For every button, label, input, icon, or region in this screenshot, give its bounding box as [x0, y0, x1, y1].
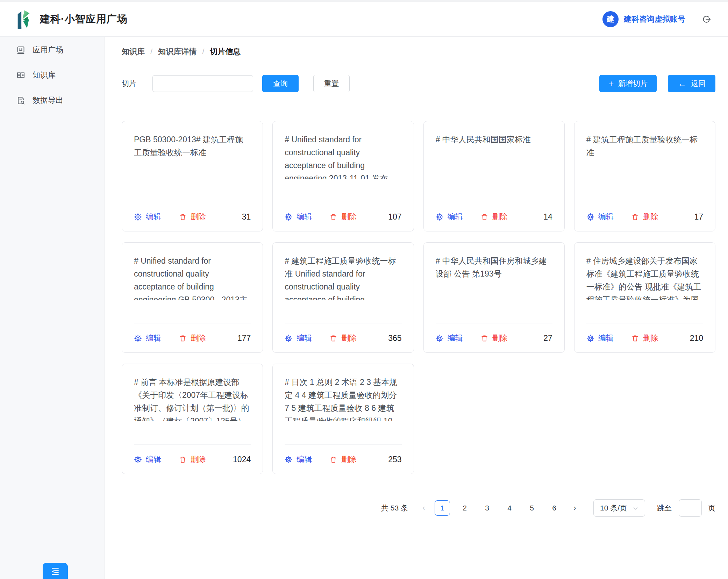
edit-button[interactable]: 编辑 [285, 454, 312, 465]
back-button[interactable]: ← 返回 [668, 75, 715, 92]
breadcrumb-separator: / [202, 47, 204, 57]
search-button[interactable]: 查询 [262, 75, 299, 92]
slice-text: # 建筑工程施工质量验收统一标准 Unified standard for co… [285, 255, 401, 300]
open-book-icon [16, 71, 26, 80]
slice-search-input[interactable] [152, 75, 253, 92]
next-page-button[interactable]: › [569, 503, 581, 513]
app-header: 建科·小智应用广场 建 建科咨询虚拟账号 [0, 2, 728, 37]
app-plaza-icon [16, 45, 26, 55]
page-number-button[interactable]: 5 [524, 500, 540, 516]
delete-label: 删除 [341, 454, 357, 465]
trash-icon [179, 334, 187, 342]
prev-page-button[interactable]: ‹ [418, 503, 430, 513]
slice-card: # 中华人民共和国住房和城乡建设部 公告 第193号 [423, 242, 565, 353]
breadcrumb-kb-detail[interactable]: 知识库详情 [158, 47, 197, 57]
filter-bar: 切片 查询 重置 + 新增切片 ← 返回 [122, 75, 715, 92]
menu-fold-icon [50, 566, 60, 576]
slice-text: # 目次 1 总则 2 术语 2 3 基本规定 4 4 建筑工程质量验收的划分 … [285, 376, 401, 421]
logout-icon[interactable] [701, 14, 713, 25]
avatar: 建 [602, 11, 619, 27]
delete-button[interactable]: 删除 [480, 212, 508, 222]
edit-button[interactable]: 编辑 [285, 212, 312, 222]
card-grid: PGB 50300-2013# 建筑工程施工质量验收统一标准 [122, 121, 715, 474]
edit-label: 编辑 [146, 333, 161, 343]
back-label: 返回 [691, 79, 706, 88]
page-number-button[interactable]: 6 [547, 500, 562, 516]
page-number-button[interactable]: 2 [457, 500, 472, 516]
add-slice-label: 新增切片 [618, 79, 648, 88]
slice-card-footer: 编辑 删除 14 [436, 202, 552, 222]
edit-button[interactable]: 编辑 [436, 212, 463, 222]
delete-button[interactable]: 删除 [631, 212, 658, 222]
edit-label: 编辑 [297, 454, 312, 465]
slice-count: 17 [694, 212, 703, 222]
delete-button[interactable]: 删除 [480, 333, 508, 343]
trash-icon [179, 213, 187, 221]
breadcrumb-separator: / [150, 47, 152, 57]
delete-button[interactable]: 删除 [329, 454, 357, 465]
pagination: 共 53 条 ‹ 1 2 3 4 5 6 › 10 条/页 跳至 页 [122, 499, 715, 517]
delete-button[interactable]: 删除 [329, 333, 357, 343]
sidebar-item-data-export[interactable]: 数据导出 [0, 88, 105, 113]
sidebar-item-label: 知识库 [33, 70, 56, 80]
chevron-down-icon [633, 505, 638, 511]
edit-button[interactable]: 编辑 [134, 212, 161, 222]
slice-text: # 中华人民共和国住房和城乡建设部 公告 第193号 [436, 255, 552, 300]
slice-count: 27 [543, 334, 552, 343]
edit-button[interactable]: 编辑 [436, 333, 463, 343]
delete-button[interactable]: 删除 [179, 212, 206, 222]
edit-button[interactable]: 编辑 [134, 454, 161, 465]
slice-card: # 建筑工程施工质量验收统一标准 Unified standard for co… [272, 242, 414, 353]
slice-card-footer: 编辑 删除 27 [436, 323, 552, 343]
sidebar-item-app-plaza[interactable]: 应用广场 [0, 37, 105, 63]
delete-button[interactable]: 删除 [179, 333, 206, 343]
page-number-button[interactable]: 4 [502, 500, 517, 516]
slice-card: # Unified standard for constructional qu… [122, 242, 263, 353]
trash-icon [329, 456, 337, 464]
delete-label: 删除 [643, 333, 658, 343]
slice-count: 1024 [233, 455, 251, 464]
jump-to-label: 跳至 [657, 503, 672, 513]
edit-button[interactable]: 编辑 [134, 333, 161, 343]
breadcrumb-knowledge-base[interactable]: 知识库 [122, 47, 145, 57]
page-size-select[interactable]: 10 条/页 [593, 499, 645, 517]
delete-label: 删除 [191, 212, 206, 222]
jump-page-input[interactable] [679, 499, 702, 517]
delete-button[interactable]: 删除 [329, 212, 357, 222]
account-area[interactable]: 建 建科咨询虚拟账号 [602, 11, 713, 27]
delete-button[interactable]: 删除 [179, 454, 206, 465]
gear-icon [285, 456, 293, 464]
edit-label: 编辑 [448, 212, 463, 222]
breadcrumb-current-slice-info: 切片信息 [210, 47, 241, 57]
slice-card: # Unified standard for constructional qu… [272, 121, 414, 231]
slice-count: 210 [690, 334, 703, 343]
slice-filter-label: 切片 [122, 79, 136, 88]
edit-button[interactable]: 编辑 [285, 333, 312, 343]
slice-card-footer: 编辑 删除 17 [586, 202, 703, 222]
edit-button[interactable]: 编辑 [586, 212, 614, 222]
sidebar-item-knowledge-base[interactable]: 知识库 [0, 63, 105, 88]
add-slice-button[interactable]: + 新增切片 [599, 75, 657, 92]
slice-text: # Unified standard for constructional qu… [285, 133, 401, 179]
sidebar-collapse-button[interactable] [43, 563, 68, 579]
gear-icon [285, 334, 293, 342]
slice-card-footer: 编辑 删除 177 [134, 323, 251, 343]
document-search-icon [16, 96, 26, 105]
slice-card-footer: 编辑 删除 365 [285, 323, 401, 343]
edit-label: 编辑 [598, 212, 614, 222]
edit-label: 编辑 [297, 333, 312, 343]
slice-card-footer: 编辑 删除 107 [285, 202, 401, 222]
page-number-button[interactable]: 3 [479, 500, 495, 516]
slice-text: # 中华人民共和国国家标准 [436, 133, 552, 179]
trash-icon [329, 213, 337, 221]
edit-label: 编辑 [448, 333, 463, 343]
slice-card: # 建筑工程施工质量验收统一标准 [574, 121, 715, 231]
gear-icon [134, 213, 142, 221]
reset-button[interactable]: 重置 [313, 75, 350, 92]
edit-button[interactable]: 编辑 [586, 333, 614, 343]
slice-text: # 建筑工程施工质量验收统一标准 [586, 133, 703, 179]
edit-label: 编辑 [146, 212, 161, 222]
page-number-button[interactable]: 1 [435, 500, 450, 516]
edit-label: 编辑 [297, 212, 312, 222]
delete-button[interactable]: 删除 [631, 333, 658, 343]
